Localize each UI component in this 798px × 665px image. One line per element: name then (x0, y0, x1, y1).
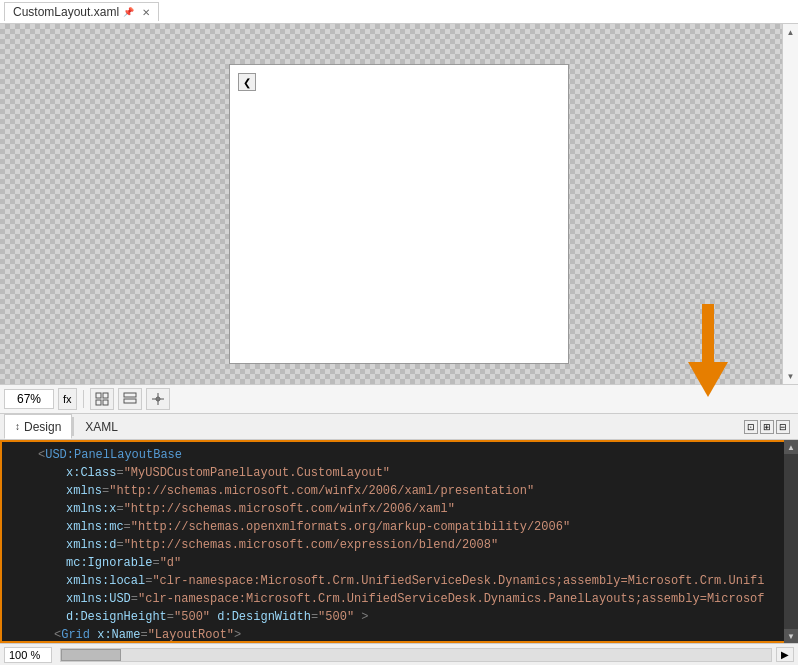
grid-view-button-2[interactable] (118, 388, 142, 410)
snap-icon (151, 392, 165, 406)
code-scroll-up[interactable]: ▲ (784, 440, 798, 454)
tab-design[interactable]: ↕ Design (4, 414, 72, 439)
svg-rect-5 (124, 399, 136, 403)
title-bar: CustomLayout.xaml 📌 ✕ (0, 0, 798, 24)
design-wrapper: ❮ ▲ ▼ (0, 24, 798, 384)
code-line-1: <USD:PanelLayoutBase (2, 446, 780, 464)
main-container: ❮ ▲ ▼ 67% fx (0, 24, 798, 665)
toolbar: 67% fx (0, 384, 798, 414)
line-number (18, 500, 42, 518)
canvas-frame: ❮ (229, 64, 569, 364)
arrow-shaft (702, 304, 714, 364)
code-line-4: xmlns:x="http://schemas.microsoft.com/wi… (2, 500, 780, 518)
grid1-icon (95, 392, 109, 406)
code-scroll-track (784, 454, 798, 629)
code-line-3: xmlns="http://schemas.microsoft.com/winf… (2, 482, 780, 500)
xaml-tab-label: XAML (85, 420, 118, 434)
tab-label: CustomLayout.xaml (13, 5, 119, 19)
bottom-scrollbar[interactable] (60, 648, 772, 662)
tab-close-icon[interactable]: ✕ (142, 7, 150, 18)
code-scrollbar[interactable]: ▲ ▼ (784, 440, 798, 643)
code-line-11: <Grid x:Name="LayoutRoot"> (2, 626, 780, 643)
svg-rect-3 (103, 400, 108, 405)
code-line-6: xmlns:d="http://schemas.microsoft.com/ex… (2, 536, 780, 554)
line-number (18, 482, 42, 500)
code-line-2: x:Class="MyUSDCustomPanelLayout.CustomLa… (2, 464, 780, 482)
grid-view-button-1[interactable] (90, 388, 114, 410)
line-number (18, 518, 42, 536)
bottom-bar: 100 % ▶ (0, 643, 798, 665)
code-line-9: xmlns:USD="clr-namespace:Microsoft.Crm.U… (2, 590, 780, 608)
line-number (18, 536, 42, 554)
design-tab-arrow-icon: ↕ (15, 421, 20, 432)
line-number (18, 572, 42, 590)
line-number (18, 554, 42, 572)
design-scrollbar[interactable]: ▲ ▼ (782, 24, 798, 384)
tab-pin-icon: 📌 (123, 7, 134, 17)
svg-rect-4 (124, 393, 136, 397)
code-line-10: d:DesignHeight="500" d:DesignWidth="500"… (2, 608, 780, 626)
design-area: ❮ (0, 24, 798, 384)
svg-rect-0 (96, 393, 101, 398)
svg-rect-1 (103, 393, 108, 398)
line-number (18, 464, 42, 482)
line-number (18, 590, 42, 608)
arrow-annotation (688, 304, 728, 397)
code-panel[interactable]: <USD:PanelLayoutBase x:Class="MyUSDCusto… (0, 440, 798, 643)
design-tab-label: Design (24, 420, 61, 434)
code-scroll-down[interactable]: ▼ (784, 629, 798, 643)
fx-button[interactable]: fx (58, 388, 77, 410)
code-line-5: xmlns:mc="http://schemas.openxmlformats.… (2, 518, 780, 536)
line-number (18, 608, 42, 626)
code-line-7: mc:Ignorable="d" (2, 554, 780, 572)
toolbar-separator-1 (83, 390, 84, 408)
scroll-up-arrow[interactable]: ▲ (785, 26, 797, 38)
line-number (6, 446, 30, 464)
scroll-down-arrow[interactable]: ▼ (785, 370, 797, 382)
expand-button-1[interactable]: ⊡ (744, 420, 758, 434)
grid2-icon (123, 392, 137, 406)
bottom-scroll-thumb[interactable] (61, 649, 121, 661)
code-line-8: xmlns:local="clr-namespace:Microsoft.Crm… (2, 572, 780, 590)
bottom-scroll-right-arrow[interactable]: ▶ (776, 647, 794, 662)
snap-button[interactable] (146, 388, 170, 410)
view-tabs: ↕ Design XAML ⊡ ⊞ ⊟ (0, 414, 798, 440)
svg-rect-2 (96, 400, 101, 405)
code-panel-wrapper: <USD:PanelLayoutBase x:Class="MyUSDCusto… (0, 440, 798, 643)
expand-button-3[interactable]: ⊟ (776, 420, 790, 434)
zoom-input[interactable]: 67% (4, 389, 54, 409)
tab-xaml[interactable]: XAML (74, 414, 129, 439)
canvas-collapse-button[interactable]: ❮ (238, 73, 256, 91)
file-tab[interactable]: CustomLayout.xaml 📌 ✕ (4, 2, 159, 21)
bottom-zoom-input[interactable]: 100 % (4, 647, 52, 663)
line-number (6, 626, 30, 643)
expand-button-2[interactable]: ⊞ (760, 420, 774, 434)
